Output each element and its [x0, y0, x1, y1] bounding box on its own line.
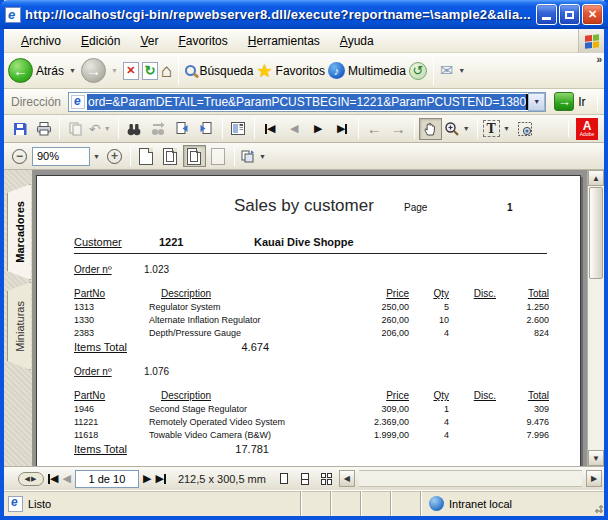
vertical-scrollbar[interactable]: ▲ ▼: [587, 170, 604, 466]
maximize-icon: [565, 11, 574, 19]
table-cell: 5: [409, 302, 449, 312]
copy-button[interactable]: [64, 118, 87, 140]
text-select-button[interactable]: T ▼: [482, 118, 513, 140]
single-page-layout-button[interactable]: [276, 470, 293, 488]
nav-previous-page-button[interactable]: ◀: [62, 472, 70, 485]
toolbar-separator: [234, 146, 235, 166]
column-header: PartNo: [74, 390, 149, 401]
pane-splitter-handle[interactable]: ◀▶: [18, 472, 44, 486]
toolbar-separator: [59, 118, 60, 139]
column-header: PartNo: [74, 288, 149, 299]
address-dropdown-icon[interactable]: ▼: [528, 93, 545, 111]
vertical-scroll-track[interactable]: [588, 280, 604, 450]
resize-grip[interactable]: [590, 491, 604, 516]
article-view-button[interactable]: [227, 118, 250, 140]
rotate-pages-button[interactable]: ▼: [239, 145, 269, 167]
menu-edicion[interactable]: Edición: [72, 31, 129, 51]
save-button[interactable]: [8, 118, 31, 140]
find-button[interactable]: [123, 118, 146, 140]
forward-dropdown-icon[interactable]: ▼: [111, 67, 118, 74]
back-dropdown-icon[interactable]: ▼: [69, 67, 76, 74]
go-button[interactable]: → Ir: [550, 92, 589, 111]
continuous-layout-button[interactable]: [297, 470, 314, 488]
undo-button[interactable]: ↶ ▼: [88, 118, 114, 140]
print-button[interactable]: [32, 118, 55, 140]
menu-archivo[interactable]: Archivo: [12, 31, 70, 51]
next-page-button[interactable]: ▶: [307, 118, 330, 140]
nav-next-page-button[interactable]: ▶: [143, 472, 151, 485]
column-header: Price: [339, 288, 409, 299]
menu-ayuda[interactable]: Ayuda: [331, 31, 383, 51]
next-view-button[interactable]: →: [387, 118, 410, 140]
menu-favoritos[interactable]: Favoritos: [169, 31, 236, 51]
zoom-in-button[interactable]: +: [103, 145, 126, 167]
zoom-level-field[interactable]: [32, 147, 90, 166]
media-globe-icon[interactable]: ♪: [328, 62, 345, 79]
refresh-icon[interactable]: ↻: [142, 62, 158, 80]
fit-visible-button[interactable]: [207, 145, 230, 167]
hand-tool-button[interactable]: [419, 118, 442, 140]
table-cell: 1313: [74, 302, 149, 312]
mail-icon[interactable]: ✉: [440, 63, 453, 79]
search-again-button[interactable]: [147, 118, 170, 140]
snapshot-button[interactable]: [514, 118, 537, 140]
favorites-star-icon[interactable]: ★: [256, 62, 272, 80]
items-total-label: Items Total: [74, 443, 174, 458]
close-button[interactable]: ✕: [582, 4, 603, 25]
actual-size-button[interactable]: [135, 145, 158, 167]
scroll-up-icon[interactable]: ▲: [588, 170, 604, 186]
address-value[interactable]: ord=&ParamDETAIL=True&ParamPCUSTBEGIN=12…: [87, 94, 528, 110]
media-button-label[interactable]: Multimedia: [348, 64, 406, 78]
mail-dropdown-icon[interactable]: ▼: [458, 67, 465, 74]
nav-first-page-button[interactable]: ◀: [48, 472, 58, 485]
last-page-button[interactable]: ▶: [331, 118, 354, 140]
scroll-down-icon[interactable]: ▼: [588, 450, 604, 466]
report-divider: [74, 253, 547, 254]
search-icon[interactable]: [185, 65, 196, 76]
facing-layout-button[interactable]: [318, 470, 335, 488]
address-input[interactable]: e ord=&ParamDETAIL=True&ParamPCUSTBEGIN=…: [68, 92, 546, 112]
fit-page-button[interactable]: [159, 145, 182, 167]
zoom-level-dropdown-icon[interactable]: ▼: [93, 153, 100, 160]
status-pane: [390, 491, 420, 516]
table-cell: 4: [409, 417, 449, 427]
menu-ver[interactable]: Ver: [131, 31, 167, 51]
minimize-button[interactable]: [536, 4, 557, 25]
previous-view-button[interactable]: ←: [363, 118, 386, 140]
tab-bookmarks[interactable]: Marcadores: [7, 184, 31, 280]
actual-size-icon: [139, 148, 153, 165]
table-cell: 1.999,00: [339, 430, 409, 440]
maximize-button[interactable]: [559, 4, 580, 25]
hscroll-right-icon[interactable]: ▶: [586, 470, 602, 487]
home-icon[interactable]: ⌂: [161, 61, 172, 80]
stop-icon[interactable]: ✕: [123, 62, 139, 80]
table-cell: 260,00: [339, 315, 409, 325]
links-label[interactable]: Vínculos: [605, 95, 608, 109]
tab-thumbnails[interactable]: Miniaturas: [7, 282, 31, 370]
nav-last-page-button[interactable]: ▶: [155, 472, 165, 485]
status-text: Listo: [28, 498, 51, 510]
menu-herramientas[interactable]: Herramientas: [239, 31, 329, 51]
horizontal-scroll-track[interactable]: [359, 470, 582, 487]
table-cell: 11221: [74, 417, 149, 427]
forward-icon[interactable]: →: [81, 58, 106, 83]
vertical-scroll-thumb[interactable]: [589, 187, 603, 279]
previous-page-button[interactable]: ◀: [283, 118, 306, 140]
hscroll-left-icon[interactable]: ◀: [339, 470, 355, 487]
favorites-button-label[interactable]: Favoritos: [276, 64, 325, 78]
title-bar: e http://localhost/cgi-bin/repwebserver8…: [0, 0, 608, 29]
adobe-logo-icon[interactable]: AAdobe: [576, 118, 598, 140]
next-highlight-button[interactable]: [195, 118, 218, 140]
page-indicator-field[interactable]: 1 de 10: [75, 470, 139, 488]
zoom-out-button[interactable]: −: [8, 145, 31, 167]
first-page-button[interactable]: ◀: [259, 118, 282, 140]
zoom-tool-button[interactable]: ▼: [443, 118, 473, 140]
toolbar-overflow-chevron-icon[interactable]: »: [596, 54, 602, 65]
table-cell: 1946: [74, 404, 149, 414]
search-button-label[interactable]: Búsqueda: [199, 64, 253, 78]
back-icon[interactable]: ←: [8, 58, 33, 83]
history-icon[interactable]: ↺: [409, 62, 427, 80]
back-button-label[interactable]: Atrás: [36, 64, 64, 78]
previous-highlight-button[interactable]: [171, 118, 194, 140]
fit-width-button[interactable]: [183, 145, 206, 167]
